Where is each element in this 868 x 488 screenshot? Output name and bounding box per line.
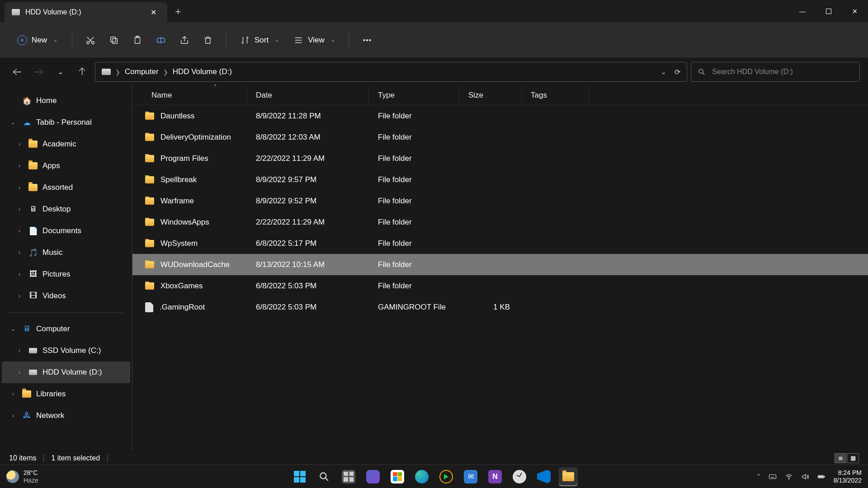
taskbar-store[interactable] [388,467,407,486]
sidebar-item-desktop[interactable]: ›🖥Desktop [2,198,130,220]
chevron-right-icon[interactable]: › [15,369,24,375]
sidebar-item-documents[interactable]: ›📄Documents [2,220,130,242]
taskbar-clock[interactable]: 8:24 PM 8/13/2022 [834,469,862,483]
drive-icon [28,368,38,377]
back-button[interactable]: 🡠 [8,63,26,81]
up-button[interactable]: 🡡 [73,63,91,81]
file-row[interactable]: XboxGames6/8/2022 5:03 PMFile folder [132,275,868,296]
volume-icon[interactable] [801,473,809,481]
chevron-right-icon[interactable]: › [15,206,24,212]
sidebar-onedrive[interactable]: ⌄ ☁ Tabib - Personal [2,112,130,133]
chevron-right-icon[interactable]: › [15,249,24,256]
chevron-right-icon[interactable]: › [15,228,24,234]
wifi-icon[interactable] [785,473,793,481]
chevron-right-icon[interactable]: › [15,163,24,169]
rename-button[interactable] [151,30,171,50]
chevron-right-icon[interactable]: › [15,184,24,191]
column-date[interactable]: Date [247,85,369,105]
minimize-button[interactable]: — [789,0,816,22]
new-tab-button[interactable]: ＋ [167,0,189,22]
chevron-down-icon[interactable]: ⌄ [9,119,17,126]
battery-icon[interactable] [817,473,826,481]
file-row[interactable]: Program Files2/22/2022 11:29 AMFile fold… [132,148,868,169]
cut-button[interactable] [80,30,100,50]
chevron-right-icon[interactable]: › [15,347,24,354]
taskbar-media[interactable] [437,467,456,486]
drive-icon [12,9,20,15]
thumbnails-view-button[interactable]: ▦ [847,453,859,463]
sidebar-item-assorted[interactable]: ›Assorted [2,177,130,198]
close-tab-button[interactable]: ✕ [147,6,160,19]
address-bar[interactable]: ❯ Computer ❯ HDD Volume (D:) ⌄ ⟳ [95,62,687,82]
sidebar-computer[interactable]: ⌄ 🖥 Computer [2,318,130,340]
sidebar-item-music[interactable]: ›🎵Music [2,242,130,263]
details-view-button[interactable]: ≣ [835,453,846,463]
file-row[interactable]: .GamingRoot6/8/2022 5:03 PMGAMINGROOT Fi… [132,296,868,318]
file-row[interactable]: WpSystem6/8/2022 5:17 PMFile folder [132,233,868,254]
chevron-down-icon[interactable]: ⌄ [9,326,17,332]
sidebar-network[interactable]: › 🖧 Network [2,405,130,427]
taskbar-chat[interactable] [363,467,382,486]
chevron-right-icon[interactable]: › [15,271,24,277]
view-button[interactable]: View ⌄ [288,30,340,50]
sort-button[interactable]: Sort ⌄ [235,30,284,50]
sidebar-drive-d[interactable]: › HDD Volume (D:) [2,361,130,383]
file-row[interactable]: Spellbreak8/9/2022 9:57 PMFile folder [132,169,868,190]
sidebar-item-academic[interactable]: ›Academic [2,133,130,155]
taskbar-clock-app[interactable] [510,467,529,486]
taskbar-explorer[interactable] [559,467,578,486]
search-input[interactable] [712,68,853,76]
sidebar-item-apps[interactable]: ›Apps [2,155,130,177]
chevron-right-icon[interactable]: › [9,391,17,397]
column-type[interactable]: Type [369,85,459,105]
sidebar-item-videos[interactable]: ›🎞Videos [2,285,130,307]
share-button[interactable] [175,30,194,50]
tray-overflow-button[interactable]: ˄ [757,473,760,480]
delete-button[interactable] [198,30,218,50]
refresh-button[interactable]: ⟳ [675,68,680,76]
file-row[interactable]: Dauntless8/9/2022 11:28 PMFile folder [132,105,868,127]
home-icon: 🏠 [22,96,32,105]
new-button[interactable]: + New ⌄ [11,30,64,50]
chevron-right-icon[interactable]: › [15,141,24,147]
more-button[interactable] [357,30,377,50]
folder-icon [145,261,154,268]
task-view-button[interactable] [339,467,358,486]
column-size[interactable]: Size [459,85,522,105]
file-row[interactable]: WUDownloadCache8/13/2022 10:15 AMFile fo… [132,254,868,275]
taskbar-search[interactable] [315,467,334,486]
forward-button[interactable]: 🡢 [30,63,48,81]
folder-icon [28,161,38,170]
sidebar-libraries[interactable]: › Libraries [2,383,130,405]
sidebar-item-pictures[interactable]: ›🖼Pictures [2,263,130,285]
chevron-down-icon: ⌄ [53,37,57,43]
start-button[interactable] [290,467,309,486]
maximize-button[interactable] [816,0,842,22]
taskbar-onenote[interactable]: N [486,467,505,486]
taskbar-edge[interactable] [412,467,431,486]
sidebar-home[interactable]: › 🏠 Home [2,90,130,112]
keyboard-icon[interactable] [769,473,777,481]
column-name[interactable]: Name [132,85,247,105]
breadcrumb-current[interactable]: HDD Volume (D:) [173,67,232,76]
address-dropdown-button[interactable]: ⌄ [661,68,666,75]
chevron-right-icon[interactable]: › [15,293,24,299]
file-row[interactable]: Warframe8/9/2022 9:52 PMFile folder [132,190,868,211]
column-tags[interactable]: Tags [522,85,590,105]
sidebar-drive-c[interactable]: › SSD Volume (C:) [2,340,130,361]
chevron-right-icon[interactable]: › [9,413,17,419]
window-tab[interactable]: HDD Volume (D:) ✕ [5,2,167,22]
folder-icon [145,282,154,290]
paste-button[interactable] [127,30,147,50]
folder-icon [145,197,154,205]
taskbar-vscode[interactable] [534,467,553,486]
close-window-button[interactable]: ✕ [842,0,868,22]
file-row[interactable]: DeliveryOptimization8/8/2022 12:03 AMFil… [132,127,868,148]
breadcrumb-root[interactable]: Computer [125,67,159,76]
file-row[interactable]: WindowsApps2/22/2022 11:29 AMFile folder [132,211,868,233]
taskbar-mail[interactable]: ✉ [461,467,480,486]
search-box[interactable] [691,62,860,82]
recent-locations-button[interactable]: ⌄ [52,63,70,81]
taskbar-weather[interactable]: 28°CHaze [6,469,38,483]
copy-button[interactable] [104,30,124,50]
